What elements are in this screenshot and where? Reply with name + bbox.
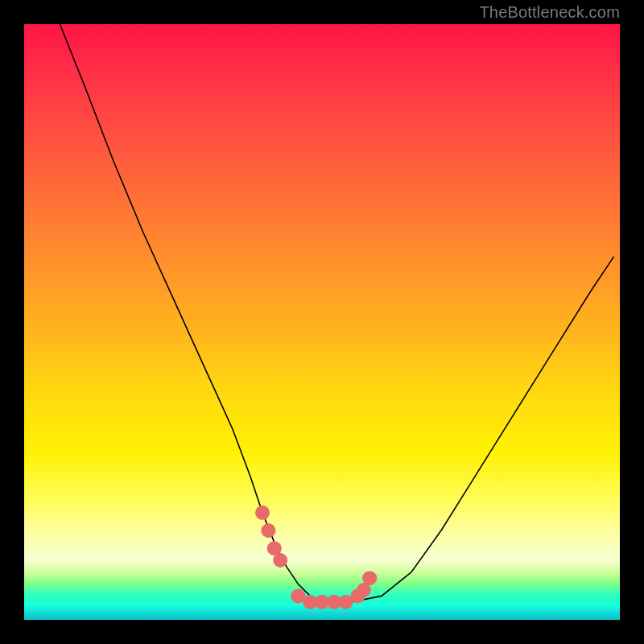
chart-frame: TheBottleneck.com xyxy=(0,0,644,644)
bottleneck-curve xyxy=(24,24,620,620)
highlight-dot xyxy=(261,523,275,538)
highlight-dots xyxy=(255,506,377,609)
highlight-dot xyxy=(255,506,270,520)
curve-path xyxy=(60,24,613,602)
highlight-dot xyxy=(362,571,377,585)
plot-area xyxy=(24,24,620,620)
watermark-text: TheBottleneck.com xyxy=(479,3,620,22)
highlight-dot xyxy=(273,553,287,568)
